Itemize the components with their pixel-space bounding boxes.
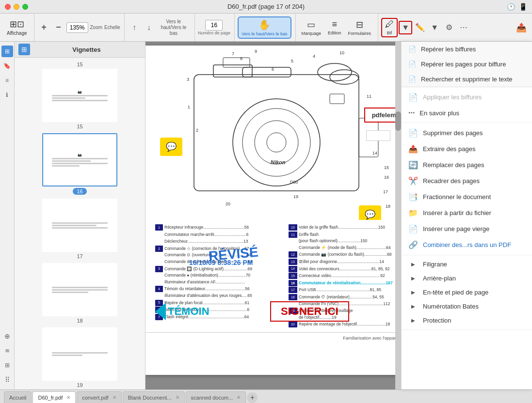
- tab-d60fr[interactable]: D60_fr.pdf ✕: [32, 391, 76, 403]
- menu-item-arriere-plan[interactable]: ▶ Arrière-plan: [402, 271, 532, 285]
- menu-item-extraire-pages[interactable]: 📤 Extraire des pages: [402, 141, 532, 157]
- menu-item-entete-pied[interactable]: ▶ En-tête et pied de page: [402, 285, 532, 299]
- camera-diagram-area: 3 1 2 7 8 9 6 5 4 10 11 12: [145, 46, 401, 220]
- thumbnail-16[interactable]: 📷 16: [42, 133, 117, 195]
- page-footer: Familiarisation avec l'appareil photo: [145, 332, 401, 343]
- edition-icon: ≡: [332, 19, 338, 30]
- menu-item-protection[interactable]: ▶ Protection: [402, 313, 532, 327]
- nav-group: ↑ ↓ Vers le haut/Vers le bas: [128, 14, 195, 41]
- settings-button[interactable]: ⚙: [442, 21, 456, 34]
- menu-item-reperer-pages[interactable]: 📄 Repérer les pages pour biffure: [402, 57, 532, 72]
- white-rect-annotation: [366, 130, 390, 141]
- svg-text:15: 15: [384, 165, 389, 170]
- tab-accueil[interactable]: Accueil: [4, 391, 32, 403]
- menu-item-remplacer-pages[interactable]: 🔄 Remplacer des pages: [402, 157, 532, 173]
- thumb-page-number-15: 15: [77, 124, 82, 129]
- minimize-button[interactable]: [14, 4, 19, 10]
- bookmark-icon[interactable]: 🔖: [1, 60, 13, 72]
- zoom-in-button[interactable]: −: [52, 21, 65, 34]
- thumbnail-18[interactable]: 18: [42, 263, 117, 324]
- toc-text-3: Commande 🔲 (D-Lighting actif)...........…: [164, 266, 252, 286]
- bif-button[interactable]: 🖊 Bif: [381, 18, 398, 37]
- thumbnail-15[interactable]: 15 📷 15: [42, 62, 117, 129]
- thumb-image-16[interactable]: 📷: [42, 133, 117, 186]
- toc-text-10: Volet de la griffe flash................…: [299, 224, 385, 231]
- tab-d60fr-close[interactable]: ✕: [66, 395, 70, 400]
- tab-scanned-close[interactable]: ✕: [237, 395, 241, 400]
- pdf-page-16: 3 1 2 7 8 9 6 5 4 10 11 12: [145, 46, 401, 375]
- thumbnail-19[interactable]: 19: [42, 327, 117, 388]
- grid-icon[interactable]: ⊞: [1, 359, 13, 371]
- combiner-icon: 🔗: [408, 240, 418, 249]
- tab-scanned[interactable]: scanned docum... ✕: [186, 391, 246, 403]
- menu-item-en-savoir-plus[interactable]: ··· En savoir plus: [402, 105, 532, 121]
- menu-item-rechercher-supprimer[interactable]: 📄 Rechercher et supprimer le texte: [402, 72, 532, 87]
- protection-label: Protection: [423, 317, 451, 324]
- formulaires-button[interactable]: ⊟ Formulaires: [345, 16, 374, 39]
- info-icon[interactable]: ℹ: [1, 89, 13, 101]
- thumbnails-view-button[interactable]: ⊞: [18, 44, 30, 55]
- menu-item-inserer-page-vierge[interactable]: 📄 Insérer une page vierge: [402, 221, 532, 237]
- tab-convert-close[interactable]: ✕: [113, 395, 116, 400]
- bif-label: Bif: [387, 31, 392, 35]
- toc-row-16: 16 Commutateur de réinitialisation......…: [289, 280, 401, 287]
- add-tab-button[interactable]: +: [247, 392, 258, 403]
- clock-icon: 🕐: [507, 3, 515, 11]
- close-button[interactable]: [5, 4, 11, 10]
- svg-text:14: 14: [372, 151, 377, 155]
- menu-item-recadrer-pages[interactable]: ✂️ Recadrer des pages: [402, 173, 532, 189]
- scroll-up-button[interactable]: ↑: [128, 21, 141, 34]
- thumbnail-17[interactable]: 17: [42, 199, 117, 259]
- scrollbar-thumb[interactable]: [395, 111, 401, 131]
- pen-arrow-button[interactable]: ▼: [428, 21, 441, 34]
- hand-tool-button[interactable]: ✋ Vers le haut/Vers le bas: [238, 16, 291, 39]
- affichage-button[interactable]: ⊞⊡ Affichage: [4, 16, 30, 39]
- svg-rect-5: [213, 65, 252, 77]
- thumb-image-15[interactable]: 📷: [42, 69, 117, 122]
- vertical-scrollbar[interactable]: [395, 42, 401, 389]
- dropdown-arrow-button[interactable]: ▼: [399, 21, 412, 34]
- tab-blank-close[interactable]: ✕: [176, 395, 179, 400]
- toc-num-10: 10: [289, 224, 297, 231]
- list-icon[interactable]: ≡: [1, 75, 13, 86]
- pen-button[interactable]: ✏️: [413, 21, 427, 34]
- toc-row: 11 Griffe flash(pour flash optionnel)...…: [289, 232, 401, 251]
- share-button[interactable]: 📤: [515, 21, 528, 34]
- menu-item-combiner[interactable]: 🔗 Combiner des...rs dans un PDF: [402, 237, 532, 253]
- apps-icon[interactable]: ⠿: [1, 374, 13, 386]
- thumb-image-19[interactable]: [42, 327, 117, 381]
- page-number-input[interactable]: [205, 20, 223, 31]
- thumb-image-18[interactable]: [42, 263, 117, 316]
- search-icon[interactable]: ⊕: [1, 330, 13, 342]
- zoom-out-button[interactable]: +: [37, 21, 51, 34]
- marquage-icon: ▭: [307, 19, 315, 30]
- zoom-input[interactable]: [66, 22, 88, 33]
- menu-item-numerotation-bates[interactable]: ▶ Numérotation Bates: [402, 299, 532, 313]
- menu-item-inserer-fichier[interactable]: 📁 Insérer à partir du fichier: [402, 205, 532, 221]
- tab-convert[interactable]: convert.pdf ✕: [77, 391, 121, 403]
- scroll-down-button[interactable]: ↓: [142, 21, 156, 34]
- menu-item-filigrane[interactable]: ▶ Filigrane: [402, 257, 532, 271]
- svg-text:6: 6: [272, 67, 274, 72]
- reperer-pages-label: Repérer les pages pour biffure: [421, 61, 506, 68]
- marquage-button[interactable]: ▭ Marquage: [299, 16, 324, 39]
- pdf-scroll-area[interactable]: 3 1 2 7 8 9 6 5 4 10 11 12: [145, 42, 401, 389]
- menu-item-supprimer-pages[interactable]: 📄 Supprimer des pages: [402, 125, 532, 141]
- layers-icon[interactable]: ≋: [1, 345, 13, 356]
- svg-text:16: 16: [384, 175, 389, 180]
- thumb-page-number-17: 17: [77, 253, 82, 259]
- tab-blank[interactable]: Blank Document... ✕: [123, 391, 185, 403]
- more-button[interactable]: ⋯: [457, 21, 470, 34]
- svg-text:Nikon: Nikon: [271, 159, 286, 165]
- thumb-image-17[interactable]: [42, 199, 117, 252]
- edition-button[interactable]: ≡ Edition: [325, 16, 344, 39]
- menu-item-reperer-biffures[interactable]: 📄 Repérer les biffures: [402, 42, 532, 57]
- svg-rect-11: [330, 94, 344, 104]
- menu-item-fractionner[interactable]: 📑 Fractionner le document: [402, 189, 532, 205]
- maximize-button[interactable]: [22, 4, 28, 10]
- thumbnails-icon[interactable]: ⊞: [1, 46, 13, 57]
- toc-num-20: 20: [289, 321, 297, 327]
- svg-text:19: 19: [293, 194, 298, 199]
- appliquer-biffures-icon: 📄: [408, 93, 418, 102]
- protection-arrow-icon: ▶: [408, 318, 418, 323]
